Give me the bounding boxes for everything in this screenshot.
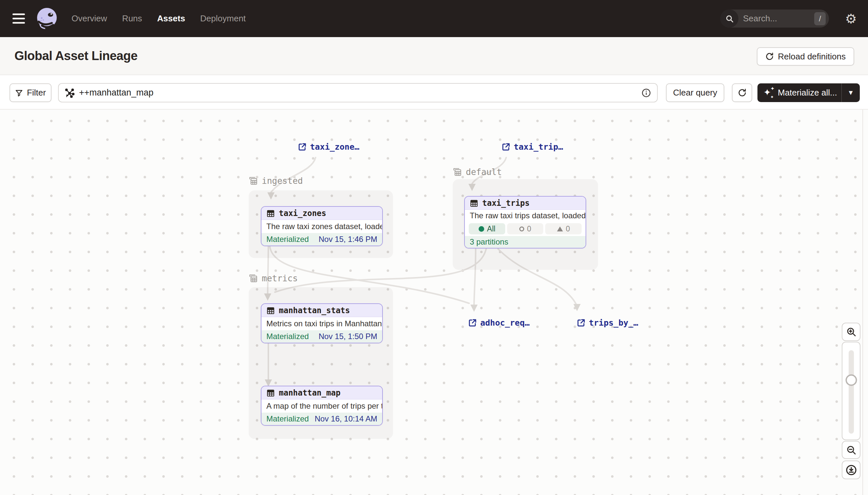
materialized-timestamp[interactable]: Nov 15, 1:50 PM xyxy=(319,332,377,341)
materialized-timestamp[interactable]: Nov 16, 10:14 AM xyxy=(315,414,377,424)
nav-links: Overview Runs Assets Deployment xyxy=(72,0,246,37)
zoom-in-icon xyxy=(846,327,856,337)
materialized-status: Materialized xyxy=(266,332,309,341)
asset-name: taxi_zones xyxy=(279,209,326,218)
asset-node-manhattan-stats[interactable]: manhattan_stats Metrics on taxi trips in… xyxy=(261,303,383,343)
asset-graph-icon xyxy=(65,88,74,98)
external-link-icon xyxy=(577,319,586,327)
asset-name: taxi_trips xyxy=(482,199,530,208)
sparkle-icon: ✦✦✦ xyxy=(763,87,775,99)
asset-node-header: manhattan_stats xyxy=(262,304,382,317)
external-link-icon xyxy=(501,142,510,151)
menu-icon[interactable] xyxy=(13,12,25,25)
zoom-slider-thumb[interactable] xyxy=(845,375,857,386)
ring-icon xyxy=(519,226,524,232)
table-icon xyxy=(470,199,478,207)
clear-query-button[interactable]: Clear query xyxy=(666,83,724,102)
nav-item-assets[interactable]: Assets xyxy=(157,14,185,24)
external-link-icon xyxy=(468,319,477,327)
query-input[interactable] xyxy=(79,88,637,98)
group-label-ingested[interactable]: ingested xyxy=(249,176,303,186)
reload-definitions-button[interactable]: Reload definitions xyxy=(757,47,854,66)
materialized-status: Materialized xyxy=(266,414,309,424)
materialized-status: Materialized xyxy=(266,235,309,244)
asset-description: The raw taxi trips dataset, loaded into … xyxy=(465,210,586,222)
external-asset-taxi-zone[interactable]: taxi_zone… xyxy=(298,142,359,152)
zoom-out-icon xyxy=(846,445,856,455)
dagster-logo-icon[interactable] xyxy=(35,6,60,31)
search-shortcut-key: / xyxy=(814,12,826,25)
search-placeholder: Search... xyxy=(743,14,814,24)
filter-funnel-icon xyxy=(15,89,23,97)
group-tables-icon xyxy=(249,274,258,283)
settings-gear-icon[interactable]: ⚙ xyxy=(845,12,857,25)
lineage-canvas[interactable]: ingested default metrics taxi_zo xyxy=(0,109,868,495)
zoom-out-button[interactable] xyxy=(842,441,861,459)
asset-partitions-row: 3 partitions xyxy=(465,236,586,248)
external-asset-taxi-trip[interactable]: taxi_trip… xyxy=(501,142,563,152)
nav-item-overview[interactable]: Overview xyxy=(72,14,107,24)
group-label-metrics[interactable]: metrics xyxy=(249,273,298,283)
external-asset-trips-by[interactable]: trips_by_… xyxy=(577,318,638,328)
asset-name: manhattan_stats xyxy=(279,306,350,315)
canvas-right-divider xyxy=(863,109,863,495)
asset-node-header: taxi_trips xyxy=(465,197,586,210)
partition-badge-all[interactable]: All xyxy=(469,223,505,234)
download-view-button[interactable] xyxy=(842,461,861,479)
nav-item-deployment[interactable]: Deployment xyxy=(200,14,246,24)
partition-badge-checks[interactable]: 0 xyxy=(507,223,544,234)
nav-item-runs[interactable]: Runs xyxy=(122,14,142,24)
page-header: Global Asset Lineage Reload definitions xyxy=(0,37,868,74)
top-navbar: Overview Runs Assets Deployment Search..… xyxy=(0,0,868,37)
materialized-timestamp[interactable]: Nov 15, 1:46 PM xyxy=(319,235,377,244)
zoom-in-button[interactable] xyxy=(842,323,861,341)
search-icon xyxy=(720,10,739,28)
zoom-slider xyxy=(842,342,861,440)
external-link-icon xyxy=(298,142,307,151)
asset-node-taxi-trips[interactable]: taxi_trips The raw taxi trips dataset, l… xyxy=(464,196,586,249)
page-title: Global Asset Lineage xyxy=(14,49,138,63)
materialize-all-main[interactable]: ✦✦✦ Materialize all... xyxy=(758,83,842,102)
asset-status-row: Materialized Nov 15, 1:46 PM xyxy=(262,233,382,245)
table-icon xyxy=(266,209,275,218)
query-info-icon[interactable] xyxy=(641,88,651,98)
filter-button[interactable]: Filter xyxy=(10,83,52,102)
triangle-icon xyxy=(557,226,563,232)
asset-node-manhattan-map[interactable]: manhattan_map A map of the number of tri… xyxy=(261,386,383,426)
table-icon xyxy=(266,389,275,397)
table-icon xyxy=(266,306,275,315)
reload-icon xyxy=(765,52,774,61)
asset-name: manhattan_map xyxy=(279,388,340,397)
lineage-toolbar: Filter Clear query xyxy=(0,74,868,109)
asset-description: The raw taxi zones dataset, loaded int..… xyxy=(262,220,382,233)
asset-node-header: manhattan_map xyxy=(262,386,382,399)
group-label-default[interactable]: default xyxy=(453,167,502,177)
refresh-query-button[interactable] xyxy=(732,83,752,102)
asset-description: Metrics on taxi trips in Manhattan xyxy=(262,317,382,330)
group-tables-icon xyxy=(249,176,258,186)
partitions-count: 3 partitions xyxy=(470,237,508,246)
partition-badges: All 0 0 xyxy=(465,222,586,236)
external-asset-adhoc-req[interactable]: adhoc_req… xyxy=(468,318,530,328)
asset-status-row: Materialized Nov 16, 10:14 AM xyxy=(262,413,382,425)
materialize-dropdown-caret[interactable]: ▼ xyxy=(842,83,860,102)
global-search-input[interactable]: Search... / xyxy=(720,10,829,28)
asset-description: A map of the number of trips per taxi z.… xyxy=(262,399,382,413)
asset-query-field xyxy=(58,83,658,102)
zoom-slider-track[interactable] xyxy=(849,350,854,433)
download-icon xyxy=(845,464,857,476)
green-dot-icon xyxy=(479,226,484,232)
chevron-down-icon: ▼ xyxy=(848,89,854,97)
asset-status-row: Materialized Nov 15, 1:50 PM xyxy=(262,330,382,343)
refresh-icon xyxy=(738,88,747,97)
asset-node-header: taxi_zones xyxy=(262,207,382,220)
partition-badge-warnings[interactable]: 0 xyxy=(545,223,582,234)
asset-node-taxi-zones[interactable]: taxi_zones The raw taxi zones dataset, l… xyxy=(261,206,383,246)
group-tables-icon xyxy=(453,167,462,176)
lineage-edges xyxy=(0,109,868,495)
materialize-all-button[interactable]: ✦✦✦ Materialize all... ▼ xyxy=(758,83,860,102)
dagster-global-asset-lineage: Overview Runs Assets Deployment Search..… xyxy=(0,0,868,495)
